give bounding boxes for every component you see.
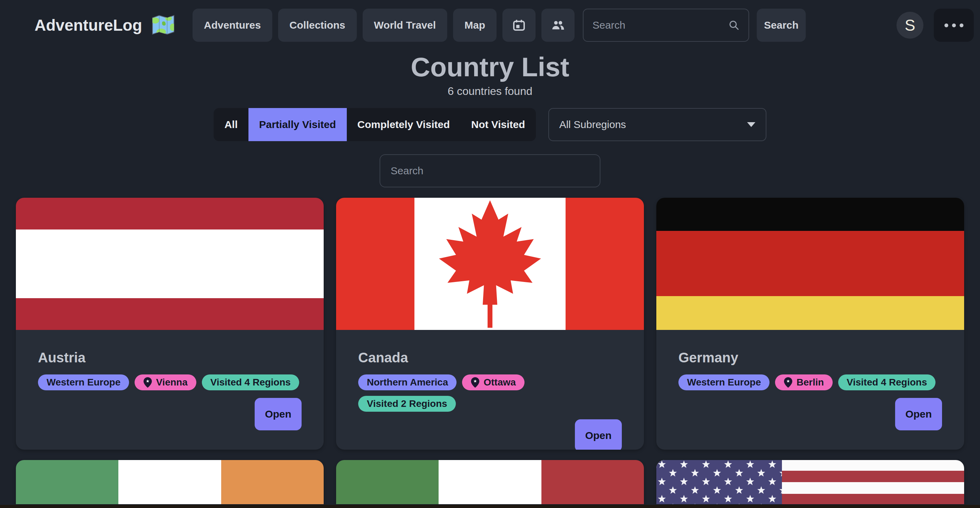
calendar-button[interactable] bbox=[503, 9, 536, 42]
calendar-icon bbox=[512, 19, 525, 32]
visited-regions-badge: Visited 4 Regions bbox=[202, 374, 299, 390]
overflow-menu-button[interactable] bbox=[934, 9, 974, 42]
austria-flag bbox=[16, 198, 324, 330]
filter-row: All Partially Visited Completely Visited… bbox=[0, 108, 980, 141]
avatar[interactable]: S bbox=[896, 12, 923, 39]
ellipsis-icon bbox=[945, 24, 948, 27]
country-search-row bbox=[0, 154, 980, 187]
country-card-canada: Canada Northern America Ottawa Visited 2… bbox=[336, 198, 644, 450]
search-icon bbox=[729, 20, 740, 31]
users-icon bbox=[551, 20, 565, 31]
country-search-box bbox=[380, 154, 600, 187]
map-pin-icon bbox=[784, 377, 792, 388]
search-button[interactable]: Search bbox=[757, 9, 806, 42]
capital-badge: Berlin bbox=[775, 374, 832, 390]
visited-regions-badge: Visited 4 Regions bbox=[838, 374, 936, 390]
germany-flag bbox=[656, 198, 964, 330]
app-logo[interactable]: AdventureLog bbox=[35, 14, 175, 36]
usa-flag bbox=[656, 460, 964, 504]
country-name: Austria bbox=[38, 350, 302, 365]
capital-badge: Ottawa bbox=[462, 374, 524, 390]
tab-partially-visited[interactable]: Partially Visited bbox=[248, 108, 347, 141]
country-grid-row2 bbox=[16, 460, 964, 504]
page-title: Country List bbox=[0, 51, 980, 83]
nav-search-box bbox=[583, 9, 749, 42]
country-name: Germany bbox=[678, 350, 942, 365]
tab-completely-visited[interactable]: Completely Visited bbox=[347, 108, 461, 141]
open-button[interactable]: Open bbox=[575, 419, 622, 450]
subregion-dropdown[interactable]: All Subregions bbox=[548, 108, 767, 141]
country-card-usa[interactable] bbox=[656, 460, 964, 504]
map-logo-icon bbox=[151, 14, 175, 36]
open-button[interactable]: Open bbox=[895, 398, 942, 430]
map-pin-icon bbox=[471, 377, 480, 388]
bottom-edge-strip bbox=[0, 505, 980, 508]
canada-flag bbox=[336, 198, 644, 330]
nav-collections-button[interactable]: Collections bbox=[278, 9, 357, 42]
country-search-input[interactable] bbox=[391, 165, 589, 177]
page-header: Country List 6 countries found bbox=[0, 51, 980, 98]
tab-all[interactable]: All bbox=[213, 108, 248, 141]
tab-not-visited[interactable]: Not Visited bbox=[460, 108, 536, 141]
navbar: AdventureLog Adventures Collections Worl… bbox=[0, 0, 980, 50]
nav-world-travel-button[interactable]: World Travel bbox=[363, 9, 447, 42]
app-title: AdventureLog bbox=[35, 16, 142, 35]
ireland-flag bbox=[16, 460, 324, 504]
country-card-germany: Germany Western Europe Berlin Visited 4 … bbox=[656, 198, 964, 450]
country-card-ireland[interactable] bbox=[16, 460, 324, 504]
country-card-italy[interactable] bbox=[336, 460, 644, 504]
country-name: Canada bbox=[358, 350, 622, 365]
nav-links: Adventures Collections World Travel Map bbox=[192, 9, 574, 42]
chevron-down-icon bbox=[747, 122, 756, 127]
results-count: 6 countries found bbox=[0, 85, 980, 98]
italy-flag bbox=[336, 460, 644, 504]
region-badge: Western Europe bbox=[38, 374, 129, 390]
nav-map-button[interactable]: Map bbox=[453, 9, 496, 42]
open-button[interactable]: Open bbox=[255, 398, 302, 430]
nav-adventures-button[interactable]: Adventures bbox=[192, 9, 272, 42]
country-grid: Austria Western Europe Vienna Visited 4 … bbox=[16, 198, 964, 450]
subregion-dropdown-value: All Subregions bbox=[559, 119, 626, 131]
users-button[interactable] bbox=[541, 9, 574, 42]
visited-regions-badge: Visited 2 Regions bbox=[358, 396, 456, 412]
region-badge: Western Europe bbox=[678, 374, 770, 390]
country-card-austria: Austria Western Europe Vienna Visited 4 … bbox=[16, 198, 324, 450]
maple-leaf-icon bbox=[429, 200, 551, 328]
region-badge: Northern America bbox=[358, 374, 457, 390]
usa-flag-canton bbox=[656, 460, 782, 504]
visit-filter-tabs: All Partially Visited Completely Visited… bbox=[213, 108, 536, 141]
capital-badge: Vienna bbox=[135, 374, 196, 390]
map-pin-icon bbox=[143, 377, 152, 388]
nav-search-input[interactable] bbox=[592, 19, 729, 31]
